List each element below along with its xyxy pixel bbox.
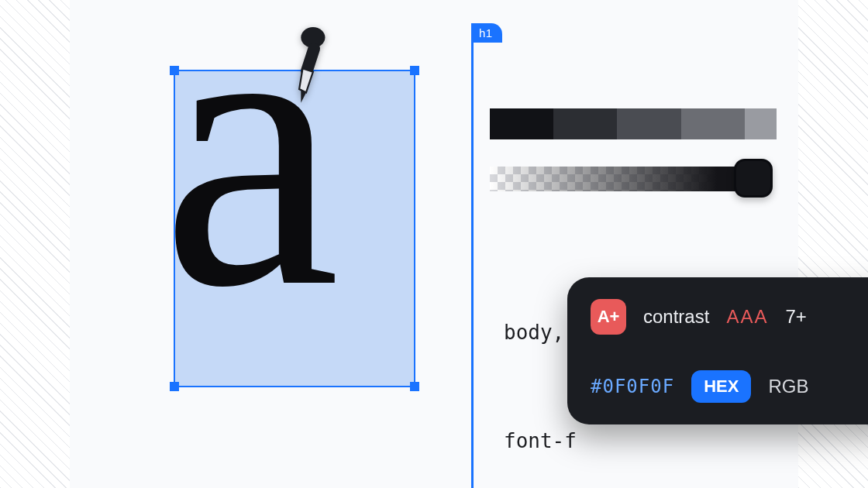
- vertical-ruler: [471, 23, 474, 488]
- hex-format-button[interactable]: HEX: [691, 370, 751, 403]
- popover-row-color: #0F0F0F HEX RGB: [591, 370, 868, 403]
- swatch-1[interactable]: [490, 108, 553, 139]
- opacity-slider-thumb[interactable]: [734, 159, 773, 198]
- resize-handle-top-right[interactable]: [410, 66, 419, 75]
- swatch-2[interactable]: [553, 108, 617, 139]
- popover-row-contrast: A+ contrast AAA 7+: [591, 299, 868, 335]
- eyedropper-tool-icon[interactable]: [275, 27, 337, 105]
- decorative-stripes-left: [0, 0, 70, 488]
- resize-handle-bottom-right[interactable]: [410, 382, 419, 391]
- hex-value[interactable]: #0F0F0F: [591, 376, 674, 397]
- opacity-slider-track[interactable]: [490, 167, 757, 191]
- code-line-2: font-f: [504, 423, 783, 459]
- rgb-format-button[interactable]: RGB: [768, 376, 808, 397]
- color-info-popover: A+ contrast AAA 7+ #0F0F0F HEX RGB: [567, 277, 868, 424]
- contrast-badge-icon: A+: [591, 299, 626, 335]
- ruler-tag-h1[interactable]: h1: [471, 23, 502, 43]
- contrast-grade: AAA: [726, 306, 768, 328]
- swatch-4[interactable]: [681, 108, 745, 139]
- contrast-ratio: 7+: [785, 306, 806, 328]
- color-palette: [490, 108, 777, 139]
- canvas-area: h1 a body, h1, h2, h3, h4, { font-f Aria…: [70, 0, 798, 488]
- resize-handle-bottom-left[interactable]: [170, 382, 179, 391]
- contrast-label: contrast: [643, 306, 709, 328]
- swatch-3[interactable]: [617, 108, 680, 139]
- swatch-5[interactable]: [745, 108, 777, 139]
